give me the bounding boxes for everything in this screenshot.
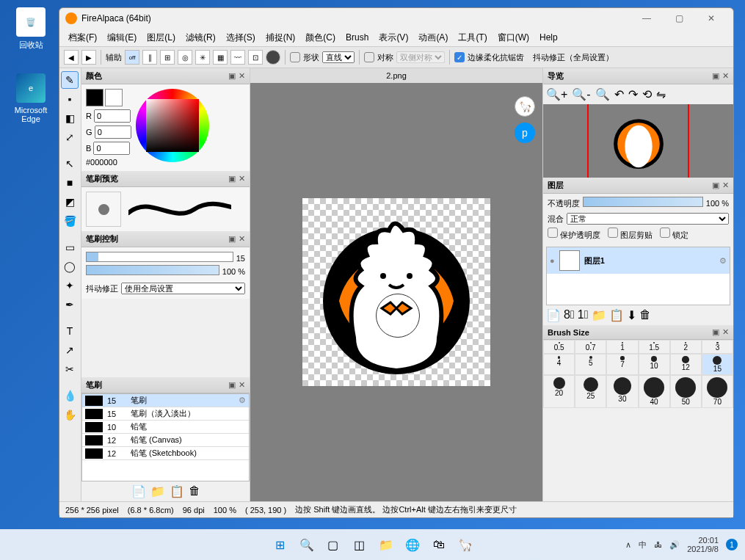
firealpaca-taskbar-button[interactable]: 🦙 <box>456 535 475 554</box>
flip-icon[interactable]: ⇋ <box>656 87 666 101</box>
brush-row[interactable]: 15笔刷（淡入淡出） <box>82 407 249 421</box>
snap-radial-button[interactable]: ✳ <box>195 50 210 65</box>
dot-tool[interactable]: ▪ <box>61 90 79 108</box>
protect-alpha-checkbox[interactable] <box>548 228 558 238</box>
add-brush-button[interactable]: 📄 <box>131 484 146 498</box>
select-pen-tool[interactable]: ✒ <box>61 296 79 313</box>
zoom-fit-icon[interactable]: 🔍 <box>595 87 610 101</box>
eyedropper-tool[interactable]: 💧 <box>61 387 79 404</box>
network-icon[interactable]: 🖧 <box>654 540 662 549</box>
symmetry-checkbox[interactable] <box>364 52 374 62</box>
taskview-button[interactable]: ▢ <box>324 535 343 554</box>
canvas[interactable]: 🦙 p <box>250 83 542 501</box>
brushsize-cell[interactable]: 10 <box>639 354 670 375</box>
brushsize-cell[interactable]: 20 <box>543 375 575 408</box>
layer-row[interactable]: ● 图层1 ⚙ <box>547 247 730 274</box>
notification-badge[interactable]: 1 <box>726 539 738 550</box>
text-tool[interactable]: T <box>61 322 79 340</box>
shape-mode-select[interactable]: 直线 <box>322 51 355 63</box>
merge-down-button[interactable]: ⬇ <box>627 308 636 322</box>
ime-button[interactable]: 中 <box>639 539 647 550</box>
shake-mode-select[interactable]: 使用全局设置 <box>121 283 245 294</box>
nav-back-button[interactable]: ◀ <box>64 50 79 65</box>
menu-edit[interactable]: 编辑(E) <box>103 30 141 46</box>
dup-layer-button[interactable]: 📋 <box>609 308 624 322</box>
divide-tool[interactable]: ✂ <box>61 360 79 378</box>
new-8bit-layer-button[interactable]: 8⃣ <box>564 308 575 322</box>
brush-row[interactable]: 10铅笔 <box>82 421 249 434</box>
desktop-edge[interactable]: e Microsoft Edge <box>9 73 53 123</box>
brushsize-cell[interactable]: 3 <box>702 340 733 354</box>
hand-tool[interactable]: ✋ <box>61 406 79 423</box>
folder-brush-button[interactable]: 📁 <box>150 484 165 498</box>
menu-layer[interactable]: 图层(L) <box>142 30 180 46</box>
clip-checkbox[interactable] <box>608 228 618 238</box>
nav-preview[interactable] <box>543 104 733 178</box>
snap-grid-button[interactable]: ⊞ <box>160 50 175 65</box>
brushsize-cell[interactable]: 15 <box>702 354 733 375</box>
brush-panel-header[interactable]: 笔刷 ▣✕ <box>81 377 250 393</box>
layer-list[interactable]: ● 图层1 ⚙ <box>546 247 730 305</box>
shake-global-label[interactable]: 抖动修正（全局设置） <box>533 52 614 63</box>
fg-swatch[interactable] <box>86 89 103 106</box>
fill-rect-tool[interactable]: ■ <box>61 174 79 192</box>
menu-color[interactable]: 颜色(C) <box>301 30 340 46</box>
snap-curve-button[interactable]: 〰 <box>230 50 245 65</box>
explorer-button[interactable]: 📁 <box>377 535 396 554</box>
titlebar[interactable]: FireAlpaca (64bit) — ▢ ✕ <box>59 8 733 29</box>
maximize-button[interactable]: ▢ <box>663 8 695 29</box>
brushsize-cell[interactable]: 25 <box>575 375 606 408</box>
gear-icon[interactable]: ⚙ <box>239 396 246 405</box>
canvas-tab[interactable]: 2.png <box>250 68 542 83</box>
aa-checkbox[interactable]: ✓ <box>454 52 465 62</box>
new-1bit-layer-button[interactable]: 1⃣ <box>578 308 589 322</box>
brush-row[interactable]: 12铅笔 (Sketchbook) <box>82 447 249 460</box>
brushsize-cell[interactable]: 2 <box>670 340 702 354</box>
layer-panel-header[interactable]: 图层▣✕ <box>543 178 733 194</box>
new-layer-button[interactable]: 📄 <box>546 308 561 322</box>
resize-tool[interactable]: ⤢ <box>61 128 79 146</box>
start-button[interactable]: ⊞ <box>271 535 290 554</box>
snap-3d-button[interactable]: ⊡ <box>248 50 263 65</box>
layer-opacity-slider[interactable] <box>583 197 703 207</box>
symmetry-mode-select[interactable]: 双侧对称 <box>396 51 445 63</box>
menu-select[interactable]: 选择(S) <box>222 30 260 46</box>
visibility-icon[interactable]: ● <box>550 256 555 265</box>
color-panel-header[interactable]: 颜色 ▣✕ <box>81 68 250 84</box>
snap-ellipse-button[interactable]: ◎ <box>178 50 192 65</box>
eraser-tool[interactable]: ◧ <box>61 109 79 127</box>
menu-filter[interactable]: 滤镜(R) <box>181 30 220 46</box>
brushsize-cell[interactable]: 50 <box>670 375 702 408</box>
store-button[interactable]: 🛍 <box>429 535 448 554</box>
rotate-left-icon[interactable]: ↶ <box>614 87 624 101</box>
move-tool[interactable]: ↖ <box>61 155 79 172</box>
zoom-out-icon[interactable]: 🔍- <box>572 87 590 101</box>
brushsize-cell[interactable]: 7 <box>606 354 638 375</box>
menu-window[interactable]: 窗口(W) <box>493 30 534 46</box>
blend-mode-select[interactable]: 正常 <box>567 213 729 225</box>
color-b-input[interactable] <box>93 142 130 155</box>
brushsize-cell[interactable]: 12 <box>670 354 702 375</box>
brushsize-panel-header[interactable]: Brush Size▣✕ <box>543 325 733 340</box>
brushsize-cell[interactable]: 0.5 <box>543 340 575 354</box>
snap-circle-button[interactable] <box>266 50 280 65</box>
nav-fwd-button[interactable]: ▶ <box>81 50 96 65</box>
gear-icon[interactable]: ⚙ <box>719 256 727 266</box>
delete-brush-button[interactable]: 🗑 <box>189 484 200 498</box>
zoom-in-icon[interactable]: 🔍+ <box>546 87 567 101</box>
operation-tool[interactable]: ↗ <box>61 341 79 359</box>
clock[interactable]: 20:01 2021/9/8 <box>687 536 719 553</box>
close-button[interactable]: ✕ <box>695 8 727 29</box>
widgets-button[interactable]: ◫ <box>350 535 369 554</box>
gradient-tool[interactable]: ◩ <box>61 193 79 211</box>
snap-off-button[interactable]: off <box>125 50 139 65</box>
brushsize-cell[interactable]: 40 <box>639 375 670 408</box>
color-g-input[interactable] <box>95 126 131 139</box>
color-r-input[interactable] <box>94 109 131 123</box>
bucket-tool[interactable]: 🪣 <box>61 212 79 230</box>
menu-file[interactable]: 档案(F) <box>64 30 101 46</box>
dup-brush-button[interactable]: 📋 <box>170 484 184 498</box>
brush-opacity-slider[interactable] <box>86 265 219 275</box>
tray-chevron-icon[interactable]: ∧ <box>625 540 631 550</box>
desktop-recycle-bin[interactable]: 🗑️ 回收站 <box>9 7 53 51</box>
